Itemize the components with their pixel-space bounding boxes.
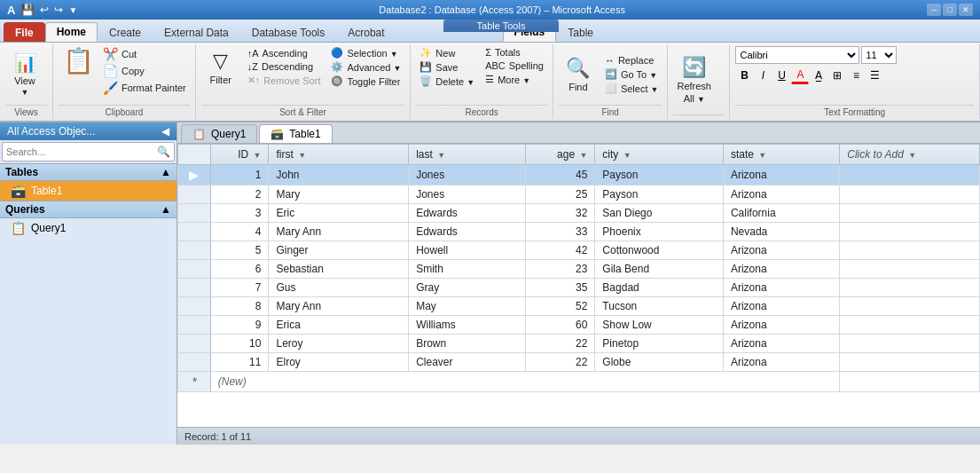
quick-access-redo[interactable]: ↪ xyxy=(54,4,63,16)
cell-city[interactable]: San Diego xyxy=(595,204,724,223)
cell-state[interactable]: California xyxy=(723,204,839,223)
tab-home[interactable]: Home xyxy=(45,22,98,42)
cell-state[interactable]: Arizona xyxy=(723,260,839,279)
cell-last[interactable]: Edwards xyxy=(409,204,525,223)
cell-age[interactable]: 35 xyxy=(525,279,595,297)
cell-last[interactable]: Brown xyxy=(409,335,525,353)
col-header-state[interactable]: state ▼ xyxy=(723,145,839,165)
search-input[interactable] xyxy=(6,146,157,157)
maximize-button[interactable]: □ xyxy=(943,4,957,16)
more-records-button[interactable]: ☰More ▼ xyxy=(482,73,547,86)
cell-last[interactable]: Jones xyxy=(409,185,525,204)
cell-last[interactable]: May xyxy=(409,297,525,316)
cell-age[interactable]: 25 xyxy=(525,185,595,204)
font-family-select[interactable]: Calibri xyxy=(735,46,859,64)
cell-age[interactable]: 45 xyxy=(525,165,595,185)
selection-button[interactable]: 🔵Selection ▼ xyxy=(327,46,404,59)
table-row[interactable]: 11 Elroy Cleaver 22 Globe Arizona xyxy=(178,353,980,372)
ascending-button[interactable]: ↑AAscending xyxy=(244,47,325,59)
filter-button[interactable]: ▽ Filter xyxy=(201,46,240,88)
tab-database-tools[interactable]: Database Tools xyxy=(240,22,337,42)
cell-first[interactable]: Elroy xyxy=(269,353,409,372)
cell-state[interactable]: Arizona xyxy=(723,353,839,372)
cell-click-to-add[interactable] xyxy=(840,260,980,279)
col-header-click-to-add[interactable]: Click to Add ▼ xyxy=(840,145,980,165)
cell-city[interactable]: Pinetop xyxy=(595,335,724,353)
cell-first[interactable]: Eric xyxy=(269,204,409,223)
cell-city[interactable]: Cottonwood xyxy=(595,241,724,260)
cell-city[interactable]: Tucson xyxy=(595,297,724,316)
go-to-button[interactable]: ➡️Go To ▼ xyxy=(601,67,662,81)
cell-city[interactable]: Show Low xyxy=(595,316,724,335)
cell-first[interactable]: Sebastian xyxy=(269,260,409,279)
cell-age[interactable]: 60 xyxy=(525,316,595,335)
font-size-select[interactable]: 11 xyxy=(861,46,897,64)
cell-age[interactable]: 23 xyxy=(525,260,595,279)
cell-age[interactable]: 32 xyxy=(525,204,595,223)
cell-click-to-add[interactable] xyxy=(840,297,980,316)
cell-click-to-add[interactable] xyxy=(840,279,980,297)
doc-tab-query1[interactable]: 📋 Query1 xyxy=(181,124,257,143)
find-button[interactable]: 🔍 Find xyxy=(559,54,598,95)
highlight-button[interactable]: A̲ xyxy=(810,67,827,84)
search-icon[interactable]: 🔍 xyxy=(157,146,170,158)
cell-last[interactable]: Gray xyxy=(409,279,525,297)
cell-last[interactable]: Williams xyxy=(409,316,525,335)
table-row[interactable]: 8 Mary Ann May 52 Tucson Arizona xyxy=(178,297,980,316)
table-row[interactable]: 2 Mary Jones 25 Payson Arizona xyxy=(178,185,980,204)
quick-access-save[interactable]: 💾 xyxy=(20,4,35,17)
advanced-button[interactable]: ⚙️Advanced ▼ xyxy=(327,60,404,74)
cell-first[interactable]: Erica xyxy=(269,316,409,335)
cell-age[interactable]: 22 xyxy=(525,353,595,372)
col-header-id[interactable]: ID ▼ xyxy=(210,145,269,165)
cell-click-to-add[interactable] xyxy=(840,223,980,241)
cell-state[interactable]: Arizona xyxy=(723,297,839,316)
italic-button[interactable]: I xyxy=(754,67,772,84)
tab-table[interactable]: Table xyxy=(556,22,605,42)
cell-click-to-add[interactable] xyxy=(840,353,980,372)
cell-age[interactable]: 42 xyxy=(525,241,595,260)
cell-first[interactable]: Mary Ann xyxy=(269,297,409,316)
doc-tab-table1[interactable]: 🗃️ Table1 xyxy=(259,124,332,143)
cell-city[interactable]: Phoenix xyxy=(595,223,724,241)
toggle-filter-button[interactable]: 🔘Toggle Filter xyxy=(327,75,404,88)
nav-collapse-button[interactable]: ◀ xyxy=(161,125,169,138)
cell-state[interactable]: Arizona xyxy=(723,185,839,204)
cell-state[interactable]: Arizona xyxy=(723,165,839,185)
cell-click-to-add[interactable] xyxy=(840,241,980,260)
descending-button[interactable]: ↓ZDescending xyxy=(244,60,325,73)
quick-access-dropdown[interactable]: ▼ xyxy=(68,5,77,15)
new-row-add[interactable] xyxy=(840,372,980,392)
nav-section-queries[interactable]: Queries ▲ xyxy=(0,201,176,218)
cell-first[interactable]: Mary xyxy=(269,185,409,204)
cell-first[interactable]: John xyxy=(269,165,409,185)
cell-last[interactable]: Howell xyxy=(409,241,525,260)
new-record-button[interactable]: ✨New xyxy=(416,46,478,59)
replace-button[interactable]: ↔️Replace xyxy=(601,54,662,67)
border-button[interactable]: ⊞ xyxy=(828,67,846,84)
spelling-button[interactable]: ABCSpelling xyxy=(482,59,547,72)
copy-button[interactable]: 📄Copy xyxy=(99,63,190,79)
font-color-button[interactable]: A xyxy=(791,67,809,84)
cell-click-to-add[interactable] xyxy=(840,335,980,353)
tab-create[interactable]: Create xyxy=(98,22,153,42)
cell-click-to-add[interactable] xyxy=(840,185,980,204)
cell-state[interactable]: Arizona xyxy=(723,241,839,260)
cell-last[interactable]: Smith xyxy=(409,260,525,279)
cell-click-to-add[interactable] xyxy=(840,316,980,335)
new-row-label[interactable]: (New) xyxy=(210,372,840,392)
cell-state[interactable]: Arizona xyxy=(723,279,839,297)
select-button[interactable]: ⬜Select ▼ xyxy=(601,82,662,95)
tab-external-data[interactable]: External Data xyxy=(153,22,240,42)
cell-age[interactable]: 33 xyxy=(525,223,595,241)
table-row[interactable]: ▶ 1 John Jones 45 Payson Arizona xyxy=(178,165,980,185)
tab-acrobat[interactable]: Acrobat xyxy=(336,22,396,42)
nav-section-tables[interactable]: Tables ▲ xyxy=(0,163,176,181)
view-button[interactable]: 📊 View ▼ xyxy=(5,51,44,99)
table-row[interactable]: 4 Mary Ann Edwards 33 Phoenix Nevada xyxy=(178,223,980,241)
cell-state[interactable]: Nevada xyxy=(723,223,839,241)
underline-button[interactable]: U xyxy=(772,67,790,84)
bold-button[interactable]: B xyxy=(735,67,753,84)
delete-record-button[interactable]: 🗑️Delete ▼ xyxy=(416,75,478,88)
cut-button[interactable]: ✂️Cut xyxy=(99,46,190,62)
